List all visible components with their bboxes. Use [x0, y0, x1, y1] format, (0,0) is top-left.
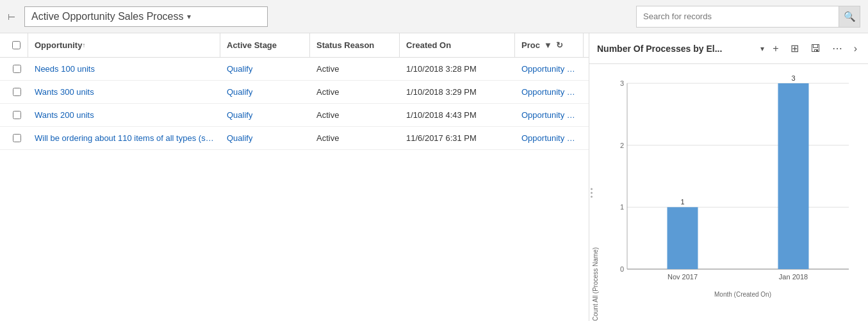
chart-title: Number Of Processes by El... — [597, 44, 755, 54]
cell-created-2: 1/10/2018 3:29 PM — [400, 81, 515, 103]
chart-svg: 01231Nov 20173Jan 2018 — [605, 70, 862, 288]
opportunity-link-4[interactable]: Will be ordering about 110 items of all … — [35, 133, 214, 143]
svg-rect-10 — [667, 207, 698, 269]
row-checkbox-cell-3[interactable] — [5, 111, 28, 119]
grid-panel: Opportunity ↑ Active Stage Status Reason… — [0, 33, 589, 321]
opportunity-link-2[interactable]: Wants 300 units — [35, 87, 94, 97]
select-all-checkbox-cell[interactable] — [5, 33, 28, 57]
pin-icon: ⊢ — [8, 12, 15, 22]
col-header-process[interactable]: Proc ▼ ↻ — [515, 33, 584, 57]
cell-stage-4: Qualify — [220, 127, 310, 149]
col-header-opportunity[interactable]: Opportunity ↑ — [28, 33, 220, 57]
sort-icon-opportunity: ↑ — [82, 42, 85, 49]
process-link-3[interactable]: Opportunity Sa... — [521, 110, 577, 120]
search-input[interactable] — [637, 12, 839, 21]
cell-stage-1: Qualify — [220, 58, 310, 80]
stage-link-4[interactable]: Qualify — [227, 133, 252, 143]
cell-opportunity-3: Wants 200 units — [28, 104, 220, 126]
stage-link-3[interactable]: Qualify — [227, 110, 252, 120]
cell-created-1: 1/10/2018 3:28 PM — [400, 58, 515, 80]
chart-dropdown-arrow[interactable]: ▾ — [760, 44, 764, 53]
chart-inner: 01231Nov 20173Jan 2018 Month (Created On… — [605, 70, 862, 321]
select-all-checkbox[interactable] — [12, 41, 20, 49]
process-link-2[interactable]: Opportunity Sa... — [521, 87, 577, 97]
opportunity-link-3[interactable]: Wants 200 units — [35, 110, 94, 120]
cell-stage-2: Qualify — [220, 81, 310, 103]
col-label-status: Status Reason — [316, 40, 374, 50]
svg-text:1: 1 — [680, 198, 684, 206]
col-header-status[interactable]: Status Reason — [310, 33, 400, 57]
chart-y-axis-label: Count All (Process Name) — [589, 70, 605, 321]
table-row: Needs 100 units Qualify Active 1/10/2018… — [0, 58, 589, 81]
row-checkbox-4[interactable] — [13, 134, 21, 142]
svg-text:3: 3 — [620, 79, 624, 87]
cell-process-3: Opportunity Sa... — [515, 104, 584, 126]
title-box[interactable]: Active Opportunity Sales Process ▾ — [24, 6, 268, 27]
chart-save-button[interactable]: 🖫 — [807, 42, 824, 56]
cell-created-4: 11/6/2017 6:31 PM — [400, 127, 515, 149]
table-row: Will be ordering about 110 items of all … — [0, 127, 589, 150]
created-text-3: 1/10/2018 4:43 PM — [406, 110, 477, 120]
page-title: Active Opportunity Sales Process — [31, 11, 183, 22]
cell-opportunity-1: Needs 100 units — [28, 58, 220, 80]
search-area: 🔍 — [636, 6, 860, 28]
filter-icon[interactable]: ▼ — [544, 40, 552, 50]
status-text-4: Active — [316, 133, 339, 143]
chart-more-button[interactable]: ⋯ — [829, 41, 846, 56]
col-label-stage: Active Stage — [227, 40, 277, 50]
status-text-3: Active — [316, 110, 339, 120]
row-checkbox-cell-1[interactable] — [5, 65, 28, 73]
grid-header: Opportunity ↑ Active Stage Status Reason… — [0, 33, 589, 58]
col-label-process: Proc — [521, 40, 540, 50]
chart-body: Count All (Process Name) 01231Nov 20173J… — [589, 64, 868, 321]
table-row: Wants 200 units Qualify Active 1/10/2018… — [0, 104, 589, 127]
col-header-stage[interactable]: Active Stage — [220, 33, 310, 57]
chart-expand-button[interactable]: › — [851, 42, 860, 56]
main-area: Opportunity ↑ Active Stage Status Reason… — [0, 33, 868, 321]
created-text-2: 1/10/2018 3:29 PM — [406, 87, 477, 97]
cell-status-2: Active — [310, 81, 400, 103]
row-checkbox-1[interactable] — [13, 65, 21, 73]
col-header-created[interactable]: Created On — [400, 33, 515, 57]
created-text-4: 11/6/2017 6:31 PM — [406, 133, 477, 143]
chart-layout-button[interactable]: ⊞ — [787, 41, 802, 56]
status-text-1: Active — [316, 64, 339, 74]
process-link-4[interactable]: Opportunity Sa... — [521, 133, 577, 143]
stage-link-2[interactable]: Qualify — [227, 87, 252, 97]
chart-panel: Number Of Processes by El... ▾ + ⊞ 🖫 ⋯ ›… — [589, 33, 868, 321]
row-checkbox-cell-2[interactable] — [5, 88, 28, 96]
search-button[interactable]: 🔍 — [839, 6, 860, 27]
stage-link-1[interactable]: Qualify — [227, 64, 252, 74]
row-checkbox-3[interactable] — [13, 111, 21, 119]
cell-process-4: Opportunity Sa... — [515, 127, 584, 149]
top-bar: ⊢ Active Opportunity Sales Process ▾ 🔍 — [0, 0, 868, 33]
opportunity-link-1[interactable]: Needs 100 units — [35, 64, 95, 74]
chart-x-axis-label: Month (Created On) — [605, 291, 862, 298]
svg-text:Nov 2017: Nov 2017 — [667, 273, 698, 281]
table-row: Wants 300 units Qualify Active 1/10/2018… — [0, 81, 589, 104]
row-checkbox-cell-4[interactable] — [5, 134, 28, 142]
process-link-1[interactable]: Opportunity Sa... — [521, 64, 577, 74]
chart-add-button[interactable]: + — [769, 42, 782, 56]
svg-text:2: 2 — [620, 142, 624, 149]
svg-text:Jan 2018: Jan 2018 — [779, 273, 808, 281]
cell-status-4: Active — [310, 127, 400, 149]
cell-process-1: Opportunity Sa... — [515, 58, 584, 80]
cell-status-1: Active — [310, 58, 400, 80]
svg-text:0: 0 — [620, 265, 624, 273]
row-checkbox-2[interactable] — [13, 88, 21, 96]
refresh-icon[interactable]: ↻ — [556, 40, 563, 50]
status-text-2: Active — [316, 87, 339, 97]
cell-status-3: Active — [310, 104, 400, 126]
svg-rect-13 — [778, 83, 809, 269]
cell-stage-3: Qualify — [220, 104, 310, 126]
title-dropdown-arrow[interactable]: ▾ — [187, 12, 191, 21]
col-label-created: Created On — [406, 40, 451, 50]
cell-opportunity-2: Wants 300 units — [28, 81, 220, 103]
created-text-1: 1/10/2018 3:28 PM — [406, 64, 477, 74]
col-label-opportunity: Opportunity — [35, 40, 82, 50]
cell-process-2: Opportunity Sa... — [515, 81, 584, 103]
chart-header: Number Of Processes by El... ▾ + ⊞ 🖫 ⋯ › — [589, 33, 868, 64]
cell-created-3: 1/10/2018 4:43 PM — [400, 104, 515, 126]
svg-text:3: 3 — [791, 74, 795, 82]
